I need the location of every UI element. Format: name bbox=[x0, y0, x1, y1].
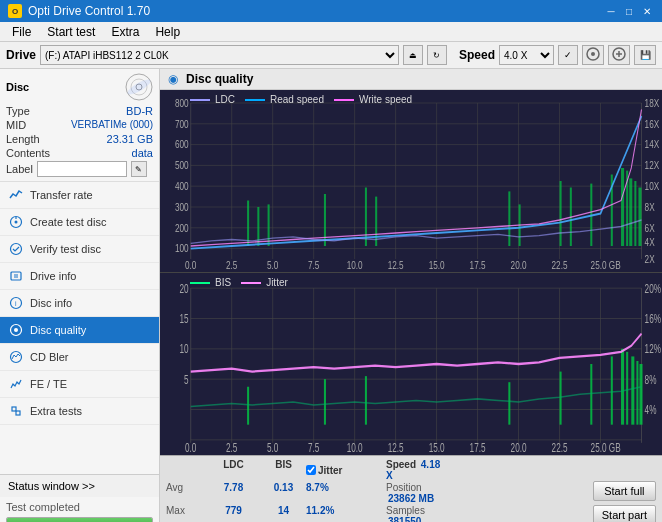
jitter-header-area: Jitter bbox=[306, 459, 386, 481]
eject-button[interactable]: ⏏ bbox=[403, 45, 423, 65]
legend-bis: BIS bbox=[190, 277, 231, 288]
svg-text:2.5: 2.5 bbox=[226, 261, 237, 272]
maximize-button[interactable]: □ bbox=[622, 4, 636, 18]
disc-btn2[interactable] bbox=[608, 45, 630, 65]
app-title: Opti Drive Control 1.70 bbox=[28, 4, 150, 18]
svg-text:18X: 18X bbox=[645, 98, 660, 109]
sidebar-item-transfer-rate[interactable]: Transfer rate bbox=[0, 182, 159, 209]
length-label: Length bbox=[6, 133, 40, 145]
svg-rect-123 bbox=[626, 352, 628, 425]
svg-text:16%: 16% bbox=[645, 313, 661, 326]
svg-text:10: 10 bbox=[180, 343, 189, 356]
svg-text:12.5: 12.5 bbox=[388, 261, 404, 272]
jitter-checkbox[interactable] bbox=[306, 465, 316, 475]
sidebar-item-cd-bler[interactable]: CD Bler bbox=[0, 344, 159, 371]
samples-value: 381550 bbox=[388, 516, 421, 522]
svg-text:12%: 12% bbox=[645, 343, 661, 356]
svg-text:20.0: 20.0 bbox=[511, 261, 527, 272]
svg-text:22.5: 22.5 bbox=[552, 261, 568, 272]
mid-label: MID bbox=[6, 119, 26, 131]
nav-label-fe-te: FE / TE bbox=[30, 378, 67, 390]
top-chart-legend: LDC Read speed Write speed bbox=[190, 94, 412, 105]
avg-bis: 0.13 bbox=[261, 482, 306, 504]
drive-label: Drive bbox=[6, 48, 36, 62]
speed-header-area: Speed 4.18 X bbox=[386, 459, 446, 481]
minimize-button[interactable]: ─ bbox=[604, 4, 618, 18]
svg-rect-21 bbox=[160, 90, 662, 272]
sidebar-item-drive-info[interactable]: Drive info bbox=[0, 263, 159, 290]
svg-rect-124 bbox=[631, 356, 634, 424]
svg-rect-121 bbox=[611, 356, 613, 424]
svg-rect-119 bbox=[560, 372, 562, 425]
nav-label-create-test-disc: Create test disc bbox=[30, 216, 106, 228]
svg-rect-75 bbox=[638, 188, 641, 247]
svg-rect-73 bbox=[629, 178, 632, 246]
nav-label-disc-info: Disc info bbox=[30, 297, 72, 309]
label-key: Label bbox=[6, 163, 33, 175]
sidebar-item-create-test-disc[interactable]: Create test disc bbox=[0, 209, 159, 236]
title-bar: O Opti Drive Control 1.70 ─ □ ✕ bbox=[0, 0, 662, 22]
start-part-button[interactable]: Start part bbox=[593, 505, 656, 523]
menu-start-test[interactable]: Start test bbox=[39, 23, 103, 41]
chart-header: ◉ Disc quality bbox=[160, 69, 662, 90]
sidebar-item-extra-tests[interactable]: Extra tests bbox=[0, 398, 159, 425]
left-panel: Disc Type BD-R MID VERBATIMe (000) bbox=[0, 69, 160, 522]
status-window-button[interactable]: Status window >> bbox=[0, 474, 159, 497]
nav-label-verify-test-disc: Verify test disc bbox=[30, 243, 101, 255]
position-label: Position bbox=[386, 482, 422, 493]
menu-file[interactable]: File bbox=[4, 23, 39, 41]
svg-text:25.0 GB: 25.0 GB bbox=[591, 261, 621, 272]
svg-text:200: 200 bbox=[175, 223, 189, 234]
contents-label: Contents bbox=[6, 147, 50, 159]
bis-header: BIS bbox=[261, 459, 306, 481]
speed-select-top[interactable]: 4.0 X bbox=[499, 45, 554, 65]
sidebar-item-disc-info[interactable]: i Disc info bbox=[0, 290, 159, 317]
menu-bar: File Start test Extra Help bbox=[0, 22, 662, 42]
svg-rect-126 bbox=[639, 364, 642, 425]
length-value: 23.31 GB bbox=[107, 133, 153, 145]
svg-point-6 bbox=[126, 77, 153, 97]
drive-refresh-button[interactable]: ↻ bbox=[427, 45, 447, 65]
drive-select[interactable]: (F:) ATAPI iHBS112 2 CL0K bbox=[40, 45, 399, 65]
svg-text:600: 600 bbox=[175, 140, 189, 151]
save-button[interactable]: 💾 bbox=[634, 45, 656, 65]
bottom-chart-legend: BIS Jitter bbox=[190, 277, 288, 288]
max-label: Max bbox=[166, 505, 206, 522]
top-bar: Drive (F:) ATAPI iHBS112 2 CL0K ⏏ ↻ Spee… bbox=[0, 42, 662, 69]
sidebar-item-disc-quality[interactable]: Disc quality bbox=[0, 317, 159, 344]
speed-apply-button[interactable]: ✓ bbox=[558, 45, 578, 65]
svg-rect-125 bbox=[636, 361, 638, 425]
svg-rect-116 bbox=[324, 379, 326, 425]
sidebar-item-verify-test-disc[interactable]: Verify test disc bbox=[0, 236, 159, 263]
close-button[interactable]: ✕ bbox=[640, 4, 654, 18]
stats-bar: LDC BIS Jitter Speed 4.18 X Avg 7.78 0.1 bbox=[160, 455, 662, 522]
svg-text:10X: 10X bbox=[645, 181, 660, 192]
svg-text:12.5: 12.5 bbox=[388, 441, 404, 454]
svg-text:400: 400 bbox=[175, 181, 189, 192]
ldc-header: LDC bbox=[206, 459, 261, 481]
svg-text:300: 300 bbox=[175, 202, 189, 213]
svg-text:800: 800 bbox=[175, 98, 189, 109]
disc-btn1[interactable] bbox=[582, 45, 604, 65]
nav-label-disc-quality: Disc quality bbox=[30, 324, 86, 336]
contents-value: data bbox=[132, 147, 153, 159]
menu-help[interactable]: Help bbox=[147, 23, 188, 41]
menu-extra[interactable]: Extra bbox=[103, 23, 147, 41]
svg-rect-61 bbox=[268, 204, 270, 246]
label-input[interactable] bbox=[37, 161, 127, 177]
sidebar-item-fe-te[interactable]: FE / TE bbox=[0, 371, 159, 398]
drive-info-icon bbox=[8, 268, 24, 284]
label-edit-button[interactable]: ✎ bbox=[131, 161, 147, 177]
transfer-rate-icon bbox=[8, 187, 24, 203]
sidebar-nav: Transfer rate Create test disc Verify te… bbox=[0, 182, 159, 474]
verify-disc-icon bbox=[8, 241, 24, 257]
svg-rect-20 bbox=[16, 411, 20, 415]
start-full-button[interactable]: Start full bbox=[593, 481, 656, 501]
svg-text:6X: 6X bbox=[645, 223, 656, 234]
svg-text:12X: 12X bbox=[645, 160, 660, 171]
bottom-chart: BIS Jitter bbox=[160, 273, 662, 455]
svg-text:20%: 20% bbox=[645, 282, 661, 295]
svg-text:17.5: 17.5 bbox=[470, 261, 486, 272]
svg-rect-65 bbox=[508, 191, 510, 246]
svg-text:100: 100 bbox=[175, 244, 189, 255]
